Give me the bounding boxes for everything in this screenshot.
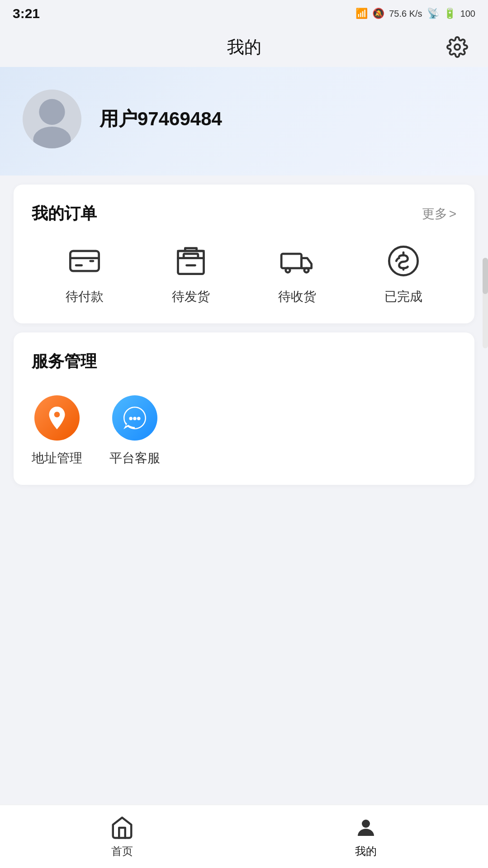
settings-button[interactable] [445, 34, 470, 60]
speed-label: 75.6 K/s [389, 9, 422, 19]
location-icon-circle [34, 395, 80, 441]
order-label-pending-shipment: 待发货 [172, 288, 210, 305]
order-label-completed: 已完成 [384, 288, 422, 305]
svg-rect-3 [71, 251, 99, 271]
avatar-image [23, 90, 81, 148]
default-avatar-icon [23, 90, 81, 148]
orders-card: 我的订单 更多 > 待付款 [14, 185, 474, 323]
bottom-navigation: 首页 我的 [0, 805, 488, 868]
services-card-header: 服务管理 [32, 351, 456, 373]
nav-item-mine[interactable]: 我的 [326, 811, 406, 863]
order-item-pending-receipt[interactable]: 待收货 [244, 243, 351, 305]
order-item-completed[interactable]: 已完成 [350, 243, 456, 305]
service-item-customer-service[interactable]: 平台客服 [109, 395, 160, 467]
avatar[interactable] [23, 90, 81, 148]
svg-point-10 [129, 417, 133, 421]
service-item-address[interactable]: 地址管理 [32, 395, 82, 467]
username-label: 用户97469484 [99, 106, 222, 132]
service-icon [121, 404, 148, 432]
scrollbar-track[interactable] [483, 258, 488, 348]
order-items-container: 待付款 待发货 [32, 243, 456, 305]
page-header: 我的 [0, 27, 488, 67]
orders-more-label: 更多 [422, 205, 447, 223]
orders-title: 我的订单 [32, 203, 97, 225]
services-card: 服务管理 地址管理 平台客服 [14, 332, 474, 485]
page-title: 我的 [227, 36, 261, 59]
status-bar: 3:21 📶 🔕 75.6 K/s 📡 🔋 100 [0, 0, 488, 27]
nfc-icon: 📶 [355, 8, 368, 19]
svg-point-12 [137, 417, 141, 421]
gear-icon [446, 36, 468, 58]
svg-point-1 [39, 99, 65, 125]
order-label-pending-receipt: 待收货 [278, 288, 316, 305]
home-icon [109, 815, 135, 840]
battery-icon: 🔋 [444, 8, 456, 19]
package-icon [173, 243, 209, 279]
svg-point-8 [304, 268, 309, 273]
mute-icon: 🔕 [372, 8, 384, 19]
svg-point-7 [286, 268, 290, 273]
mine-avatar-icon [354, 816, 378, 840]
truck-icon [279, 243, 315, 279]
order-item-pending-payment[interactable]: 待付款 [32, 243, 138, 305]
order-label-pending-payment: 待付款 [66, 288, 104, 305]
location-icon [43, 404, 71, 432]
service-label-address: 地址管理 [32, 450, 82, 467]
orders-more-button[interactable]: 更多 > [422, 205, 456, 223]
nav-item-home[interactable]: 首页 [82, 811, 162, 863]
battery-label: 100 [460, 9, 475, 19]
money-return-icon [385, 243, 422, 279]
status-icons: 📶 🔕 75.6 K/s 📡 🔋 100 [355, 8, 475, 19]
svg-rect-6 [281, 254, 301, 268]
profile-section: 用户97469484 [0, 67, 488, 175]
services-title: 服务管理 [32, 351, 97, 373]
customer-service-icon-circle [112, 395, 157, 441]
wallet-icon [66, 243, 103, 279]
service-items-container: 地址管理 平台客服 [32, 391, 456, 467]
svg-point-2 [33, 127, 71, 148]
nav-label-home: 首页 [111, 844, 133, 859]
service-label-customer-service: 平台客服 [109, 450, 160, 467]
svg-point-11 [133, 417, 137, 421]
chevron-right-icon: > [449, 207, 456, 221]
orders-card-header: 我的订单 更多 > [32, 203, 456, 225]
nav-label-mine: 我的 [355, 844, 377, 859]
svg-point-0 [455, 44, 460, 50]
svg-rect-5 [184, 254, 198, 258]
svg-point-13 [362, 820, 370, 828]
person-icon [353, 815, 379, 840]
order-item-pending-shipment[interactable]: 待发货 [138, 243, 244, 305]
scrollbar-thumb[interactable] [483, 258, 488, 294]
wifi-icon: 📡 [427, 8, 439, 19]
status-time: 3:21 [13, 6, 40, 21]
